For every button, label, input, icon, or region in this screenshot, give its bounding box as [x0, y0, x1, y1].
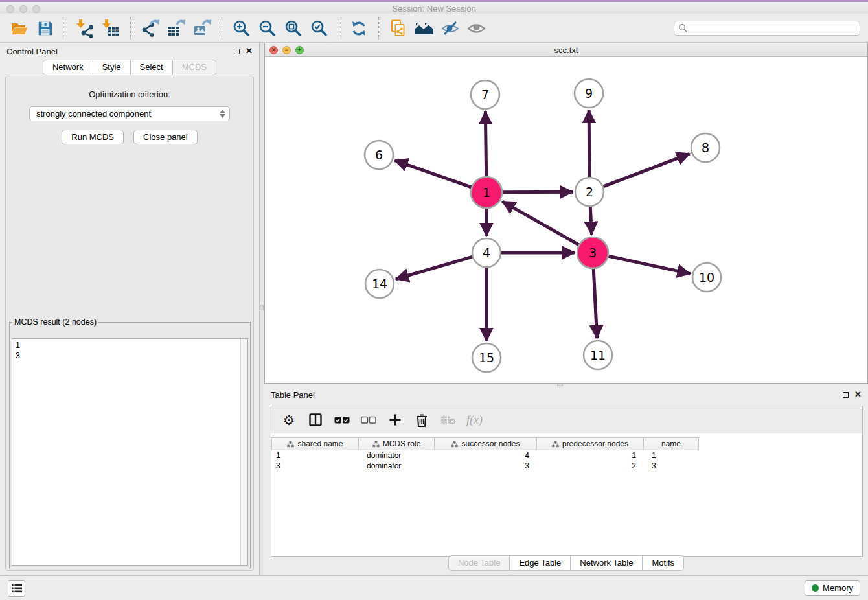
delete-row-button[interactable] — [413, 411, 430, 428]
export-table-button[interactable] — [165, 17, 188, 40]
edge-1-to-2[interactable] — [502, 192, 573, 192]
maximize-network-button[interactable]: + — [295, 46, 304, 54]
show-panels-button[interactable] — [8, 580, 25, 597]
graph-node-10[interactable]: 10 — [692, 263, 721, 292]
column-header-MCDS-role[interactable]: MCDS role — [359, 437, 435, 450]
column-header-predecessor-nodes[interactable]: predecessor nodes — [537, 437, 644, 450]
table-row[interactable]: 1dominator411 — [271, 450, 862, 461]
close-panel-button[interactable]: Close panel — [133, 130, 198, 144]
tab-network[interactable]: Network — [43, 60, 93, 75]
apply-function-button[interactable]: f(x) — [466, 411, 483, 428]
graph-node-15[interactable]: 15 — [472, 343, 501, 372]
zoom-in-icon — [232, 19, 251, 38]
graph-node-1[interactable]: 1 — [471, 177, 502, 208]
close-network-button[interactable]: ✕ — [269, 46, 278, 54]
edge-3-to-1[interactable] — [502, 202, 579, 245]
home-icon — [414, 19, 435, 38]
graph-node-8[interactable]: 8 — [691, 133, 720, 162]
memory-label: Memory — [823, 583, 853, 593]
search-input[interactable] — [674, 21, 860, 36]
hide-selected-button[interactable] — [439, 17, 462, 40]
graph-node-6[interactable]: 6 — [365, 141, 393, 169]
close-panel-icon[interactable]: ✕ — [246, 48, 253, 54]
vertical-splitter[interactable] — [259, 43, 264, 575]
export-network-button[interactable] — [139, 17, 162, 40]
graph-node-7[interactable]: 7 — [471, 80, 499, 109]
column-header-shared-name[interactable]: shared name — [271, 437, 359, 450]
svg-text:11: 11 — [590, 348, 606, 362]
refresh-button[interactable] — [347, 17, 371, 40]
edge-1-to-6[interactable] — [395, 161, 472, 188]
export-image-button[interactable] — [190, 17, 214, 40]
duplicate-network-button[interactable] — [387, 17, 410, 40]
select-all-button[interactable] — [334, 411, 350, 428]
graph-node-2[interactable]: 2 — [575, 178, 604, 206]
tab-mcds[interactable]: MCDS — [173, 60, 216, 75]
open-session-button[interactable] — [8, 17, 31, 40]
table-cell[interactable]: 1 — [271, 451, 359, 460]
deselect-all-button[interactable] — [360, 411, 377, 428]
import-network-button[interactable] — [73, 17, 97, 40]
table-cell[interactable]: 2 — [537, 461, 644, 470]
tab-select[interactable]: Select — [131, 60, 173, 75]
memory-status-icon — [812, 584, 819, 592]
column-header-name[interactable]: name — [644, 437, 699, 450]
tab-node-table[interactable]: Node Table — [448, 555, 510, 571]
table-cell[interactable]: 1 — [644, 451, 699, 460]
edge-2-to-9[interactable] — [589, 110, 589, 178]
tab-motifs[interactable]: Motifs — [643, 555, 684, 571]
export-image-icon — [192, 19, 212, 38]
save-session-button[interactable] — [34, 17, 57, 40]
graph-node-11[interactable]: 11 — [584, 341, 612, 369]
tab-style[interactable]: Style — [93, 60, 131, 75]
toolbar-separator — [378, 17, 379, 40]
graph-node-3[interactable]: 3 — [577, 237, 608, 268]
edge-2-to-8[interactable] — [603, 154, 690, 187]
memory-button[interactable]: Memory — [805, 580, 860, 596]
zoom-out-button[interactable] — [256, 17, 279, 40]
edge-4-to-14[interactable] — [396, 257, 473, 279]
run-mcds-button[interactable]: Run MCDS — [62, 130, 124, 144]
column-header-successor-nodes[interactable]: successor nodes — [435, 437, 537, 450]
table-cell[interactable]: 3 — [644, 461, 699, 470]
table-cell[interactable]: 1 — [537, 451, 644, 460]
tab-edge-table[interactable]: Edge Table — [510, 555, 571, 571]
float-panel-icon[interactable] — [843, 392, 849, 398]
node-table-container: ⚙ — [271, 406, 863, 557]
table-row[interactable]: 3dominator323 — [271, 461, 862, 471]
table-cell[interactable]: 3 — [435, 461, 537, 470]
graph-node-14[interactable]: 14 — [365, 270, 394, 298]
table-cell[interactable]: 3 — [271, 461, 359, 470]
splitter-grip[interactable] — [260, 305, 264, 310]
show-all-button[interactable] — [464, 17, 488, 40]
add-row-button[interactable] — [387, 411, 404, 428]
edge-3-to-11[interactable] — [593, 268, 597, 338]
graph-node-4[interactable]: 4 — [472, 238, 501, 267]
close-panel-icon[interactable]: ✕ — [854, 391, 862, 398]
network-canvas[interactable]: 7968124314101511 — [265, 57, 867, 383]
edge-1-to-7[interactable] — [485, 111, 486, 177]
tab-network-table[interactable]: Network Table — [571, 555, 643, 571]
column-header-label: name — [661, 439, 681, 448]
minimize-network-button[interactable]: − — [282, 46, 291, 54]
home-view-button[interactable] — [413, 17, 436, 40]
table-cell[interactable]: 4 — [435, 451, 537, 460]
column-layout-button[interactable] — [307, 411, 324, 428]
table-cell[interactable]: dominator — [359, 461, 435, 470]
result-scrollbar[interactable] — [240, 339, 247, 565]
window-title: Session: New Session — [0, 4, 868, 14]
fit-content-button[interactable] — [282, 17, 305, 40]
graph-node-9[interactable]: 9 — [575, 79, 603, 108]
table-settings-button[interactable]: ⚙ — [280, 411, 297, 428]
optimization-criterion-select[interactable]: strongly connected component — [29, 106, 230, 121]
edge-3-to-10[interactable] — [608, 256, 690, 273]
delete-table-button[interactable] — [440, 411, 457, 428]
zoom-selected-button[interactable] — [308, 17, 331, 40]
import-table-button[interactable] — [99, 17, 122, 40]
mcds-result-area[interactable]: 13 — [12, 338, 248, 566]
zoom-in-button[interactable] — [230, 17, 253, 40]
table-body: 1dominator4113dominator323 — [271, 450, 862, 471]
edge-2-to-3[interactable] — [590, 206, 591, 235]
float-panel-icon[interactable] — [234, 49, 240, 54]
table-cell[interactable]: dominator — [359, 451, 435, 460]
